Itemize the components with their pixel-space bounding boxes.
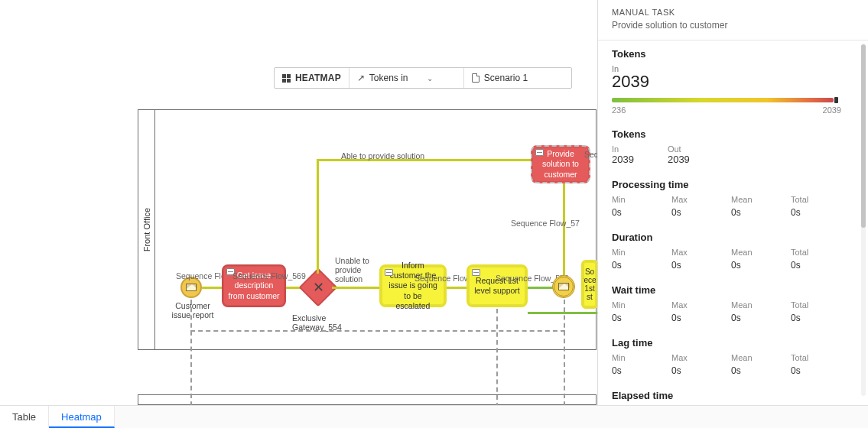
processing-time-section: Processing time Min Max Mean Total 0s 0s…	[612, 179, 854, 218]
heatmap-mode-button[interactable]: HEATMAP	[275, 68, 349, 88]
section-title: Elapsed time	[612, 390, 854, 401]
stat-label: Min	[612, 300, 662, 310]
panel-body: Tokens In 2039 236 2039 Tokens In 2039 O…	[598, 41, 868, 428]
section-title: Lag time	[612, 337, 854, 349]
tab-heatmap[interactable]: Heatmap	[49, 406, 115, 428]
arrow-in-icon: ↗	[357, 73, 365, 83]
message-flow-event	[564, 300, 565, 405]
stat-label: Max	[671, 300, 722, 310]
tokens-in-col: In 2039	[612, 144, 634, 165]
start-event-label: Customer issue report	[170, 301, 216, 319]
section-title: Duration	[612, 232, 854, 243]
lane-frame-bottom	[138, 394, 597, 405]
gateway-x-icon: ✕	[313, 279, 324, 296]
stat-label: Max	[671, 248, 722, 257]
manual-task-icon	[535, 149, 544, 156]
stat-label: In	[612, 144, 634, 154]
condition-able: Able to provide solution	[341, 151, 424, 160]
intermediate-message-event[interactable]	[552, 275, 575, 298]
stat-label: Out	[668, 144, 690, 154]
tab-label: Heatmap	[61, 411, 102, 423]
message-flow-horizontal	[190, 330, 565, 332]
metric-dropdown[interactable]: ↗ Tokens in ⌄	[349, 68, 464, 88]
panel-scrollbar[interactable]	[861, 44, 866, 396]
flow-request-to-event	[528, 287, 554, 289]
stat-value: 0s	[791, 365, 841, 376]
tab-label: Table	[12, 411, 36, 423]
seq-label-569a: Sequence Flow_569	[232, 271, 306, 280]
panel-name: Provide solution to customer	[612, 20, 854, 31]
bottom-tabs: Table Heatmap	[0, 405, 868, 428]
message-flow-request	[496, 309, 498, 405]
task-fragment[interactable]: So recei 1st st	[581, 260, 597, 309]
stat-value: 0s	[791, 260, 841, 271]
stat-label: Mean	[731, 195, 782, 204]
stat-label: Total	[791, 248, 841, 257]
tokens-inout-section: Tokens In 2039 Out 2039	[612, 128, 854, 165]
stat-label: Min	[612, 353, 662, 362]
stat-label: Total	[791, 195, 841, 204]
stat-value: 0s	[731, 365, 782, 376]
seq-label-fragment: Seq	[584, 150, 597, 159]
tokens-in-value: 2039	[612, 72, 854, 92]
flow-unable-h	[332, 287, 379, 289]
task-provide-solution[interactable]: Provide solution to customer	[531, 145, 590, 183]
gradient-marker	[834, 97, 838, 103]
stat-label: Total	[791, 353, 841, 362]
stat-value: 0s	[612, 260, 662, 271]
seq-label-57: Sequence Flow_57	[511, 219, 580, 228]
stat-label: Min	[612, 195, 662, 204]
grid-icon	[282, 74, 291, 83]
stat-value: 2039	[668, 154, 690, 165]
task-label: Inform customer the issue is going to be…	[386, 261, 440, 311]
stat-value: 0s	[671, 260, 722, 271]
stat-value: 0s	[791, 207, 841, 218]
section-title: Processing time	[612, 179, 854, 190]
stat-value: 0s	[671, 365, 722, 376]
task-request-support[interactable]: Request 1st level support	[467, 264, 528, 307]
manual-task-icon	[385, 269, 393, 276]
stat-value: 0s	[731, 313, 782, 323]
flow-start-to-task	[202, 287, 223, 289]
scenario-dropdown[interactable]: Scenario 1	[464, 68, 571, 88]
heatmap-toolbar: HEATMAP ↗ Tokens in ⌄ Scenario 1	[274, 67, 572, 89]
chevron-down-icon: ⌄	[427, 74, 433, 83]
tab-table[interactable]: Table	[0, 406, 49, 428]
flow-event-up	[563, 182, 565, 275]
stat-value: 0s	[791, 313, 841, 323]
stat-value: 2039	[612, 154, 634, 165]
stat-value: 0s	[731, 207, 782, 218]
manual-task-icon	[472, 269, 480, 276]
stat-label: Mean	[731, 248, 782, 257]
document-icon	[472, 73, 480, 83]
metric-label: Tokens in	[369, 73, 408, 83]
scale-max: 2039	[823, 105, 841, 115]
section-title: Tokens	[612, 48, 854, 60]
stat-label: Mean	[731, 353, 782, 362]
stat-value: 0s	[671, 313, 722, 323]
scrollbar-thumb[interactable]	[861, 44, 866, 228]
heatmap-gradient	[612, 98, 834, 102]
wait-time-section: Wait time Min Max Mean Total 0s 0s 0s 0s	[612, 284, 854, 323]
details-panel: MANUAL TASK Provide solution to customer…	[597, 0, 868, 428]
gateway-label: Exclusive Gateway_554	[292, 313, 361, 332]
lane-title: Front Office	[142, 208, 151, 251]
stat-value: 0s	[731, 260, 782, 271]
tokens-out-col: Out 2039	[668, 144, 690, 165]
task-label: Provide solution to customer	[537, 149, 584, 179]
diagram-canvas[interactable]: HEATMAP ↗ Tokens in ⌄ Scenario 1 Front O…	[0, 0, 597, 405]
task-inform-customer[interactable]: Inform customer the issue is going to be…	[379, 264, 447, 307]
gradient-scale: 236 2039	[612, 105, 841, 115]
stat-value: 0s	[612, 365, 662, 376]
condition-unable: Unable to provide solution	[335, 256, 379, 284]
section-title: Tokens	[612, 128, 854, 140]
panel-type: MANUAL TASK	[612, 8, 854, 17]
flow-green-out	[528, 312, 597, 314]
message-icon	[186, 284, 197, 291]
stat-value: 0s	[612, 313, 662, 323]
lane-title-column: Front Office	[138, 110, 155, 349]
tokens-heatmap-section: Tokens In 2039 236 2039	[612, 48, 854, 115]
seq-label-67: Sequence Flo	[176, 271, 226, 280]
panel-header: MANUAL TASK Provide solution to customer	[598, 0, 868, 41]
elapsed-time-section: Elapsed time	[612, 390, 854, 401]
